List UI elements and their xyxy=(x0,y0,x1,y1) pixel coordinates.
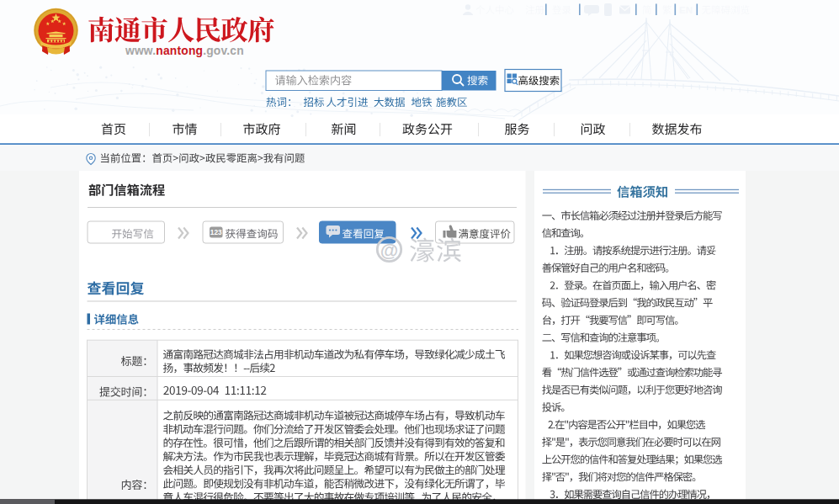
svg-text:EN: EN xyxy=(679,5,693,15)
svg-text:www.nantong.gov.cn: www.nantong.gov.cn xyxy=(125,45,244,57)
svg-text:@: @ xyxy=(380,240,398,261)
svg-text:123: 123 xyxy=(210,229,222,236)
